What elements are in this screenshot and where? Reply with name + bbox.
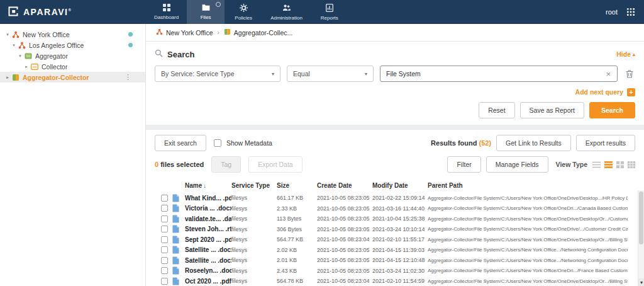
chevron-right-icon[interactable]: ▸ <box>4 75 11 80</box>
tab-files[interactable]: Files <box>187 0 225 24</box>
aparavi-logo[interactable]: APARAVI® <box>0 0 146 24</box>
hide-search-link[interactable]: Hide▴ <box>616 50 635 58</box>
table-row[interactable]: Oct 2020 ... .pdf filesys 564.78 KB 2021… <box>161 276 628 286</box>
chevron-down-icon[interactable]: ▾ <box>4 32 11 37</box>
file-create-date: 2021-10-05 08:23:05 <box>317 257 372 263</box>
breadcrumb-item-node[interactable]: Aggregator-Collec... <box>224 28 292 37</box>
results-toolbar-bottom: 0 files selected Tag Export Data Filter … <box>155 156 635 173</box>
row-checkbox[interactable] <box>161 257 168 264</box>
export-data-button[interactable]: Export Data <box>248 156 302 173</box>
row-checkbox[interactable] <box>161 215 168 222</box>
scroll-down-button[interactable]: ▾ <box>638 278 644 286</box>
table-row[interactable]: Steven Joh... .rtf filesys 306 Bytes 202… <box>161 224 628 235</box>
exit-search-button[interactable]: Exit search <box>155 135 206 151</box>
file-icon <box>172 266 185 275</box>
file-size: 564.77 KB <box>277 236 317 243</box>
column-header-modify-date[interactable]: Modify Date <box>372 182 428 189</box>
file-name[interactable]: Satellite ... .docx <box>185 246 231 253</box>
file-parent-path: Aggregator-Collector/File System/C:/User… <box>428 195 628 201</box>
breadcrumb-separator: › <box>218 29 219 36</box>
scrollbar-thumb[interactable] <box>639 192 643 244</box>
table-row[interactable]: Satellite ... .docx filesys 2.01 KB 2021… <box>161 255 628 266</box>
row-checkbox[interactable] <box>161 278 168 285</box>
file-service-type: filesys <box>231 278 277 284</box>
chevron-right-icon[interactable]: ▸ <box>23 64 30 69</box>
search-button[interactable]: Search <box>589 102 635 118</box>
filter-button[interactable]: Filter <box>447 156 480 173</box>
table-body: What Kind... .pdf filesys 661.17 KB 2021… <box>161 193 628 286</box>
tab-administration[interactable]: Administration <box>262 0 311 24</box>
tree-item-new-york-office[interactable]: ▾ New York Office <box>0 29 145 40</box>
get-link-to-results-button[interactable]: Get Link to Results <box>496 135 571 151</box>
table-view-icon[interactable] <box>604 161 613 168</box>
column-header-parent-path[interactable]: Parent Path <box>428 182 628 189</box>
column-header-service-type[interactable]: Service Type <box>231 182 277 189</box>
search-panel-title: Search <box>155 49 194 59</box>
file-name[interactable]: Steven Joh... .rtf <box>185 226 231 232</box>
file-name[interactable]: What Kind... .pdf <box>185 195 231 202</box>
column-header-size[interactable]: Size <box>277 182 317 189</box>
tree-item-aggregator[interactable]: ▾ Aggregator <box>0 50 145 61</box>
apps-grid-icon[interactable] <box>626 8 635 16</box>
show-metadata-checkbox[interactable] <box>214 139 221 147</box>
row-checkbox[interactable] <box>161 205 168 212</box>
chevron-down-icon[interactable]: ▾ <box>16 54 24 59</box>
tree-item-aggregator-collector[interactable]: ▸ Aggregator-Collector ⋮ <box>0 72 145 83</box>
file-name[interactable]: Oct 2020 ... .pdf <box>185 278 231 285</box>
file-name[interactable]: validate.te... .dat <box>185 215 231 222</box>
table-row[interactable]: validate.te... .dat filesys 113 Bytes 20… <box>161 214 628 224</box>
tree-item-collector[interactable]: ▸ Collector <box>0 61 145 72</box>
table-scrollbar[interactable]: ▾ <box>638 190 644 286</box>
file-service-type: filesys <box>231 226 277 232</box>
clear-input-icon[interactable]: × <box>605 70 611 78</box>
reset-button[interactable]: Reset <box>479 102 514 118</box>
row-checkbox[interactable] <box>161 236 168 243</box>
row-checkbox[interactable] <box>161 195 168 202</box>
tiles-view-icon[interactable] <box>628 161 635 168</box>
save-as-report-button[interactable]: Save as Report <box>520 102 584 118</box>
query-value-input[interactable] <box>386 70 605 77</box>
table-row[interactable]: What Kind... .pdf filesys 661.17 KB 2021… <box>161 193 628 203</box>
file-name[interactable]: Victoria ... .docx <box>185 205 231 212</box>
list-view-icon[interactable] <box>592 161 601 168</box>
add-next-query-link[interactable]: Add next query + <box>155 87 635 97</box>
file-modify-date: 2021-10-04 15:25:38 <box>372 215 428 222</box>
breadcrumb-item-site[interactable]: New York Office <box>156 28 213 37</box>
export-results-button[interactable]: Export results <box>576 135 635 151</box>
file-name[interactable]: Roseelyn... .docx <box>185 267 231 274</box>
column-header-create-date[interactable]: Create Date <box>317 182 372 189</box>
file-icon <box>172 236 185 244</box>
manage-fields-button[interactable]: Manage Fields <box>486 156 548 173</box>
grid-view-icon[interactable] <box>616 161 624 168</box>
file-size: 113 Bytes <box>277 215 317 222</box>
file-size: 661.17 KB <box>277 195 317 201</box>
query-field-select[interactable]: By Service: Service Type▾ <box>155 66 280 82</box>
query-operator-select[interactable]: Equal▾ <box>287 66 374 82</box>
breadcrumb-label: New York Office <box>166 29 213 37</box>
user-name[interactable]: root <box>606 8 618 16</box>
file-parent-path: Aggregator-Collector/File System/C:/User… <box>428 237 628 243</box>
aparavi-logo-icon <box>8 6 19 18</box>
file-name[interactable]: Satellite ... .docx <box>185 257 231 264</box>
delete-query-button[interactable] <box>624 68 635 80</box>
tag-button[interactable]: Tag <box>211 156 241 173</box>
row-checkbox[interactable] <box>161 267 168 274</box>
kebab-menu-icon[interactable]: ⋮ <box>125 73 131 81</box>
tree-item-los-angeles-office[interactable]: ▾ Los Angeles Office <box>0 40 145 50</box>
tab-policies[interactable]: Policies <box>225 0 262 24</box>
files-icon <box>202 4 210 13</box>
file-service-type: filesys <box>231 205 277 212</box>
table-row[interactable]: Satellite ... .docx filesys 2.02 KB 2021… <box>161 245 628 256</box>
tab-dashboard[interactable]: Dashboard <box>146 0 187 24</box>
file-create-date: 2021-10-05 08:23:05 <box>317 247 372 253</box>
table-row[interactable]: Victoria ... .docx filesys 2.33 KB 2021-… <box>161 203 628 214</box>
row-checkbox[interactable] <box>161 226 168 232</box>
row-checkbox[interactable] <box>161 246 168 253</box>
tab-reports[interactable]: Reports <box>311 0 348 24</box>
column-header-name[interactable]: Name↓ <box>185 182 231 189</box>
table-row[interactable]: Sept 2020 ... .pdf filesys 564.77 KB 202… <box>161 234 628 245</box>
file-name[interactable]: Sept 2020 ... .pdf <box>185 236 231 243</box>
sort-desc-icon: ↓ <box>203 183 206 189</box>
chevron-down-icon[interactable]: ▾ <box>10 43 18 48</box>
table-row[interactable]: Roseelyn... .docx filesys 2.43 KB 2021-1… <box>161 266 628 277</box>
